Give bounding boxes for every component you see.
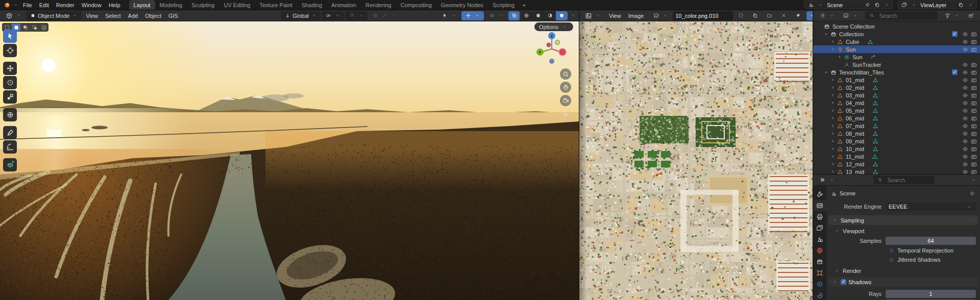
chevron-down-icon[interactable]: [11, 1, 19, 9]
editor-type-button[interactable]: [582, 11, 604, 20]
camera-icon[interactable]: [969, 154, 978, 160]
filter-dropdown[interactable]: [941, 11, 963, 20]
eye-icon[interactable]: [961, 39, 969, 45]
chevron-down-icon[interactable]: [969, 176, 977, 184]
eye-icon[interactable]: [961, 123, 969, 129]
chevron-right-icon[interactable]: [829, 39, 836, 44]
chevron-right-icon[interactable]: [829, 116, 836, 120]
eye-icon[interactable]: [961, 161, 969, 167]
sampling-panel-header[interactable]: Sampling ::::: [828, 215, 978, 225]
pin-image-button[interactable]: [791, 11, 804, 20]
properties-tab-world[interactable]: [813, 245, 826, 256]
image-menu-view[interactable]: View: [605, 11, 625, 21]
workspace-tab-uv-editing[interactable]: UV Editing: [219, 0, 255, 10]
outliner-row-cube[interactable]: Cube: [813, 38, 980, 45]
camera-icon[interactable]: [969, 92, 978, 98]
move-tool-button[interactable]: [3, 62, 17, 75]
editor-type-button[interactable]: [3, 11, 25, 20]
unlink-scene-icon[interactable]: [883, 1, 891, 9]
eye-icon[interactable]: [961, 169, 969, 175]
collapse-arrow-icon[interactable]: ❮: [579, 77, 583, 82]
camera-icon[interactable]: [969, 138, 978, 144]
camera-icon[interactable]: [969, 108, 978, 114]
camera-icon[interactable]: [969, 77, 978, 83]
menu-edit[interactable]: Edit: [36, 0, 53, 10]
workspace-tab-modeling[interactable]: Modeling: [155, 0, 187, 10]
select-box-tool-button[interactable]: [3, 30, 17, 43]
chevron-right-icon[interactable]: [829, 139, 836, 143]
workspace-tab-geometry-nodes[interactable]: Geometry Nodes: [436, 0, 488, 10]
eye-icon[interactable]: [961, 115, 969, 121]
zoom-button[interactable]: [560, 68, 571, 80]
chevron-down-icon[interactable]: [823, 32, 829, 36]
camera-icon[interactable]: [969, 131, 978, 137]
properties-search-input[interactable]: [887, 177, 922, 184]
chevron-right-icon[interactable]: [829, 93, 836, 97]
proportional-edit-toggle[interactable]: [369, 11, 400, 20]
temporal-reprojection-checkbox[interactable]: [889, 248, 894, 254]
eye-icon[interactable]: [961, 138, 969, 144]
outliner-row-scene-collection[interactable]: Scene Collection: [813, 22, 980, 30]
scene-selector[interactable]: Scene: [804, 1, 893, 9]
workspace-tab-layout[interactable]: Layout: [129, 0, 155, 10]
outliner-row-02_mid[interactable]: 02_mid: [813, 84, 980, 91]
shadows-panel-header[interactable]: ✓ Shadows: [828, 277, 978, 287]
properties-tab-object[interactable]: [813, 267, 826, 279]
scale-tool-button[interactable]: [3, 90, 17, 104]
outliner-row-07_mid[interactable]: 07_mid: [813, 122, 980, 130]
properties-tab-tool[interactable]: [813, 189, 826, 200]
chevron-right-icon[interactable]: [829, 162, 836, 166]
camera-icon[interactable]: [969, 100, 978, 106]
eye-icon[interactable]: [961, 46, 969, 53]
camera-icon[interactable]: [969, 39, 978, 45]
jittered-shadows-checkbox[interactable]: [889, 257, 894, 263]
properties-tab-physics[interactable]: [813, 290, 826, 300]
eye-icon[interactable]: [961, 92, 969, 98]
outliner-row-09_mid[interactable]: 09_mid: [813, 137, 980, 145]
snap-toggle[interactable]: [345, 11, 368, 20]
chevron-right-icon[interactable]: [829, 78, 836, 82]
eye-icon[interactable]: [961, 108, 969, 114]
chevron-right-icon[interactable]: [829, 169, 836, 174]
collection-checkbox[interactable]: ✓: [952, 69, 958, 75]
chevron-right-icon[interactable]: [829, 85, 836, 90]
measure-tool-button[interactable]: [3, 140, 17, 154]
menu-window[interactable]: Window: [78, 0, 105, 10]
perspective-toggle-button[interactable]: [560, 108, 571, 119]
eye-icon[interactable]: [961, 131, 969, 137]
new-image-button[interactable]: [748, 11, 762, 20]
mode-dropdown[interactable]: Object Mode: [26, 11, 81, 20]
drag-dots-icon[interactable]: ::::: [969, 218, 976, 223]
properties-tab-output[interactable]: [813, 211, 826, 222]
viewlayer-selector[interactable]: ViewLayer: [897, 1, 977, 9]
shading-rendered-button[interactable]: [556, 11, 568, 20]
pivot-dropdown[interactable]: [322, 11, 344, 20]
editor-type-button[interactable]: [816, 176, 838, 185]
chevron-right-icon[interactable]: [829, 101, 836, 105]
outliner-row-05_mid[interactable]: 05_mid: [813, 107, 980, 114]
menu-help[interactable]: Help: [105, 0, 124, 10]
camera-icon[interactable]: [969, 123, 978, 129]
outliner-search[interactable]: [865, 11, 938, 20]
object-visibility-dropdown[interactable]: [438, 11, 460, 20]
outliner-row-01_mid[interactable]: 01_mid: [813, 76, 980, 84]
samples-field[interactable]: 64: [886, 237, 976, 245]
outliner-row-08_mid[interactable]: 08_mid: [813, 130, 980, 137]
workspace-tab-compositing[interactable]: Compositing: [396, 0, 436, 10]
select-mode-4[interactable]: [39, 23, 48, 31]
outliner-row-collection[interactable]: Collection✓: [813, 30, 980, 38]
chevron-right-icon[interactable]: [829, 108, 836, 113]
new-viewlayer-icon[interactable]: [957, 1, 965, 9]
chevron-right-icon[interactable]: [829, 146, 836, 151]
camera-icon[interactable]: [969, 115, 978, 121]
remove-viewlayer-icon[interactable]: [966, 1, 974, 9]
shading-solid-button[interactable]: [532, 11, 544, 20]
camera-icon[interactable]: [969, 69, 978, 76]
outliner-row-12_mid[interactable]: 12_mid: [813, 160, 980, 168]
render-subpanel-header[interactable]: Render: [832, 266, 976, 275]
collection-checkbox[interactable]: ✓: [952, 31, 958, 37]
viewport-menu-add[interactable]: Add: [125, 11, 142, 21]
workspace-tab-texture-paint[interactable]: Texture Paint: [255, 0, 297, 10]
shading-wireframe-button[interactable]: [521, 11, 532, 20]
outliner-row-06_mid[interactable]: 06_mid: [813, 114, 980, 122]
